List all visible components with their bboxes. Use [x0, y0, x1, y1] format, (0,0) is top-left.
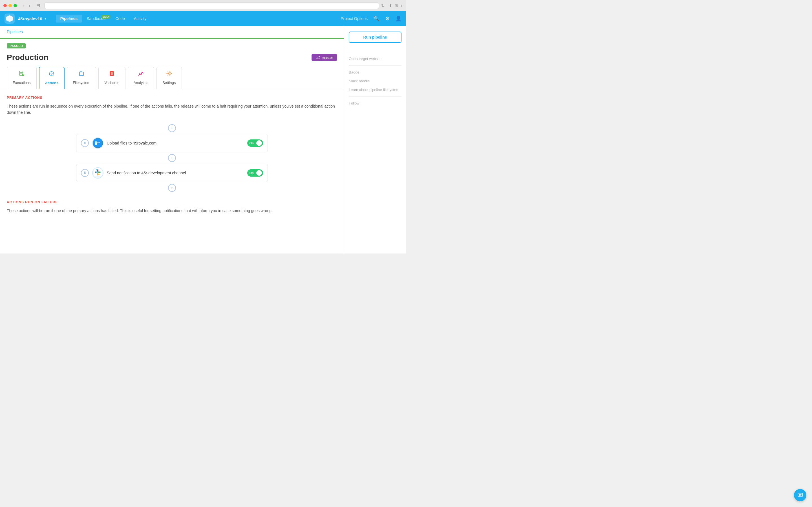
sidebar-toggle[interactable]: ⊟: [34, 2, 42, 9]
project-dropdown-icon: ▼: [44, 17, 47, 20]
browser-chrome: ‹ › ⊟ ↻ ⬆ ⊞ +: [0, 0, 406, 11]
sidebar-link-follow[interactable]: Follow: [349, 99, 402, 108]
beta-badge: BETA: [101, 15, 110, 18]
back-button[interactable]: ‹: [21, 3, 26, 8]
svg-point-4: [53, 73, 54, 74]
toggle-2[interactable]: On: [247, 169, 263, 177]
executions-icon: [18, 70, 25, 78]
app-logo: [4, 13, 15, 24]
tab-filesystem[interactable]: Filesystem: [67, 67, 96, 89]
pipeline-title: Production: [7, 53, 49, 62]
failure-actions-label: ACTIONS RUN ON FAILURE: [7, 200, 337, 204]
pipeline-status-badge: PASSED: [7, 43, 26, 48]
svg-point-11: [142, 72, 143, 73]
failure-actions-section: ACTIONS RUN ON FAILURE These actions wil…: [0, 200, 344, 227]
svg-point-12: [168, 73, 170, 74]
sidebar-link-slack[interactable]: Slack handle: [349, 76, 402, 86]
tab-actions[interactable]: Actions: [39, 67, 65, 89]
address-bar[interactable]: [45, 2, 378, 9]
tab-executions-label: Executions: [13, 80, 31, 85]
nav-link-code[interactable]: Code: [111, 15, 129, 22]
action-drag-1[interactable]: ⇅: [81, 139, 89, 147]
ftp-icon: [93, 138, 103, 148]
content-area: Pipelines PASSED Production ⎇ master: [0, 26, 406, 253]
nav-link-activity[interactable]: Activity: [130, 15, 151, 22]
browser-actions: ⬆ ⊞ +: [389, 3, 403, 8]
branch-icon: ⎇: [315, 55, 320, 60]
pipeline-title-row: Production ⎇ master: [0, 51, 344, 66]
tab-analytics-label: Analytics: [134, 80, 148, 85]
search-icon[interactable]: 🔍: [373, 15, 379, 22]
traffic-lights: [3, 4, 17, 7]
tab-analytics[interactable]: Analytics: [128, 67, 154, 89]
nav-arrows: ‹ ›: [21, 3, 32, 8]
nav-right: Project Options 🔍 ⚙ 👤: [341, 15, 402, 22]
tab-executions[interactable]: Executions: [7, 67, 37, 89]
branch-name: master: [322, 55, 333, 60]
svg-point-9: [139, 73, 140, 74]
toggle-knob-1: [256, 140, 262, 146]
pipeline-header: PASSED Production ⎇ master: [0, 38, 344, 89]
project-selector[interactable]: 45royalev10 ▼: [18, 16, 47, 21]
branch-badge: ⎇ master: [312, 54, 337, 61]
sidebar: Run pipeline Open target website Badge S…: [344, 26, 406, 253]
settings-icon[interactable]: ⚙: [385, 15, 390, 22]
main-content: Pipelines PASSED Production ⎇ master: [0, 26, 344, 253]
sidebar-link-badge[interactable]: Badge: [349, 68, 402, 76]
user-icon[interactable]: 👤: [395, 15, 402, 22]
tab-variables-label: Variables: [104, 80, 119, 85]
action-flow: + ⇅: [7, 122, 337, 193]
minimize-button[interactable]: [8, 4, 12, 7]
run-pipeline-button[interactable]: Run pipeline: [349, 32, 402, 43]
action-label-1: Upload files to 45royale.com: [107, 141, 244, 145]
breadcrumb-link[interactable]: Pipelines: [7, 30, 23, 34]
add-action-bottom[interactable]: +: [168, 184, 176, 192]
project-options-link[interactable]: Project Options: [341, 16, 368, 21]
new-tab-button[interactable]: ⊞: [395, 3, 398, 8]
add-action-top[interactable]: +: [168, 124, 176, 132]
breadcrumb: Pipelines: [0, 26, 344, 38]
settings-tab-icon: [166, 70, 172, 78]
tab-variables[interactable]: $ Variables: [98, 67, 125, 89]
svg-rect-15: [95, 142, 97, 143]
nav-link-sandboxes[interactable]: Sandboxes BETA: [82, 15, 111, 22]
close-button[interactable]: [3, 4, 7, 7]
primary-actions-label: PRIMARY ACTIONS: [7, 96, 337, 100]
top-nav: 45royalev10 ▼ Pipelines Sandboxes BETA C…: [0, 11, 406, 26]
tab-settings-label: Settings: [162, 80, 175, 85]
toggle-text-2: On: [250, 171, 254, 175]
maximize-button[interactable]: [13, 4, 17, 7]
primary-actions-section: PRIMARY ACTIONS These actions are run in…: [0, 89, 344, 200]
svg-point-3: [51, 71, 52, 72]
action-icon-slack: [92, 167, 103, 179]
share-button[interactable]: ⬆: [389, 3, 393, 8]
action-item-1: ⇅ U: [76, 134, 268, 152]
variables-icon: $: [109, 70, 115, 78]
nav-links: Pipelines Sandboxes BETA Code Activity: [56, 15, 151, 22]
analytics-icon: [138, 70, 144, 78]
action-drag-2[interactable]: ⇅: [81, 169, 89, 177]
sidebar-link-open-website[interactable]: Open target website: [349, 54, 402, 63]
toggle-knob-2: [256, 170, 262, 176]
add-tab-button[interactable]: +: [400, 3, 403, 8]
forward-button[interactable]: ›: [28, 3, 32, 8]
reload-button[interactable]: ↻: [381, 3, 385, 8]
action-item-2: ⇅: [76, 164, 268, 182]
toggle-1[interactable]: On: [247, 139, 263, 147]
sidebar-divider-3: [349, 96, 402, 97]
tab-settings[interactable]: Settings: [156, 67, 182, 89]
failure-actions-description: These actions will be run if one of the …: [7, 208, 337, 214]
tab-nav: Executions: [0, 66, 344, 89]
tab-actions-label: Actions: [45, 81, 59, 85]
actions-icon: [49, 71, 55, 78]
action-icon-ftp: [92, 137, 103, 149]
tab-filesystem-label: Filesystem: [73, 80, 90, 85]
nav-link-pipelines[interactable]: Pipelines: [56, 15, 82, 22]
sidebar-divider-2: [349, 65, 402, 66]
add-action-middle[interactable]: +: [168, 154, 176, 162]
toggle-text-1: On: [250, 142, 254, 145]
filesystem-icon: [79, 70, 85, 78]
project-name: 45royalev10: [18, 16, 42, 21]
sidebar-link-filesystem[interactable]: Learn about pipeline filesystem: [349, 86, 402, 94]
slack-icon: [94, 168, 102, 178]
